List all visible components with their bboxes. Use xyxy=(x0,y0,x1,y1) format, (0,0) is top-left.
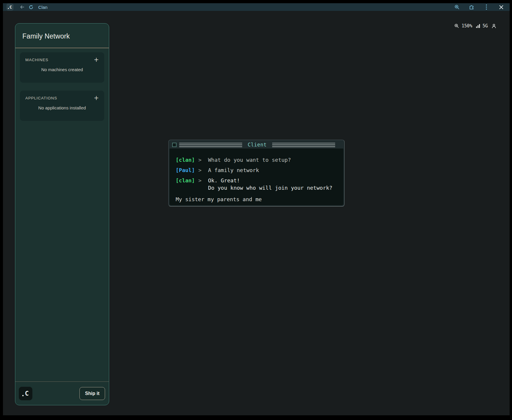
sidebar-header: Family Network xyxy=(15,24,109,40)
machines-empty-text: No machines created xyxy=(25,67,99,72)
titlebar-stripes-right xyxy=(272,143,335,147)
clan-tag: [clan] xyxy=(176,156,198,164)
client-window-title: Client xyxy=(245,142,270,148)
machines-section: MACHINES + No machines created xyxy=(20,52,104,83)
clan-tag: [clan] xyxy=(176,177,198,184)
chat-message: What do you want to setup? xyxy=(208,156,291,164)
window-titlebar: C Clan xyxy=(3,3,510,11)
titlebar-stripes-left xyxy=(179,143,242,147)
chat-message: A family network xyxy=(208,166,259,174)
add-application-button[interactable]: + xyxy=(94,96,99,100)
client-terminal[interactable]: [clan] > What do you want to setup? [Pau… xyxy=(169,149,343,205)
clan-logo-icon: C xyxy=(8,5,12,9)
main-area: 150% 5G Family Network MACHINES + No mac… xyxy=(3,11,510,415)
chat-line: [Paul] > A family network xyxy=(176,166,338,174)
sidebar-footer: C Ship it xyxy=(15,381,109,405)
prompt-symbol: > xyxy=(198,177,208,184)
reload-button[interactable] xyxy=(27,3,35,11)
back-arrow-icon xyxy=(19,4,25,10)
zoom-in-icon xyxy=(454,4,460,10)
kebab-menu-icon xyxy=(486,4,487,10)
puzzle-piece-icon xyxy=(469,4,475,10)
applications-section-title: APPLICATIONS xyxy=(25,96,57,100)
chat-message-continued: Do you know who will join your network? xyxy=(208,184,338,191)
menu-button[interactable] xyxy=(483,3,490,11)
reload-icon xyxy=(29,5,34,10)
tab-title: Clan xyxy=(38,5,48,10)
close-window-button[interactable] xyxy=(497,3,505,11)
paul-tag: [Paul] xyxy=(176,166,198,174)
zoom-level-value: 150% xyxy=(462,23,472,29)
desktop-frame: C Clan xyxy=(0,0,512,420)
user-input-line[interactable]: My sister my parents and me xyxy=(176,196,338,203)
zoom-in-button[interactable] xyxy=(453,3,461,11)
network-label: 5G xyxy=(483,23,488,29)
client-titlebar[interactable]: Client xyxy=(169,141,343,149)
clan-logo-badge: C xyxy=(19,387,32,400)
ship-it-button[interactable]: Ship it xyxy=(79,387,105,400)
clan-logo-icon: C xyxy=(22,390,29,397)
person-icon xyxy=(491,24,496,29)
app-logo-button[interactable]: C xyxy=(6,4,14,11)
back-button[interactable] xyxy=(18,3,26,11)
sidebar-panel: Family Network MACHINES + No machines cr… xyxy=(15,23,109,405)
status-indicators: 150% 5G xyxy=(454,23,496,29)
extensions-button[interactable] xyxy=(468,3,476,11)
chat-line: [clan] > What do you want to setup? xyxy=(176,156,338,164)
prompt-symbol: > xyxy=(198,166,208,174)
machines-section-title: MACHINES xyxy=(25,58,48,62)
applications-section: APPLICATIONS + No applications installed xyxy=(20,91,104,121)
client-close-box-icon[interactable] xyxy=(172,143,177,147)
page-title: Family Network xyxy=(22,32,102,40)
prompt-symbol: > xyxy=(198,156,208,164)
close-icon xyxy=(499,5,503,9)
signal-bars-icon xyxy=(476,24,480,28)
client-window: Client [clan] > What do you want to setu… xyxy=(168,140,345,206)
titlebar-controls xyxy=(453,3,505,11)
applications-empty-text: No applications installed xyxy=(25,105,99,110)
add-machine-button[interactable]: + xyxy=(94,57,99,62)
zoom-level-icon xyxy=(454,24,459,28)
sidebar-divider xyxy=(15,48,109,48)
chat-line-group: [clan] > Ok. Great! Do you know who will… xyxy=(176,177,338,191)
chat-message: Ok. Great! xyxy=(208,177,240,184)
